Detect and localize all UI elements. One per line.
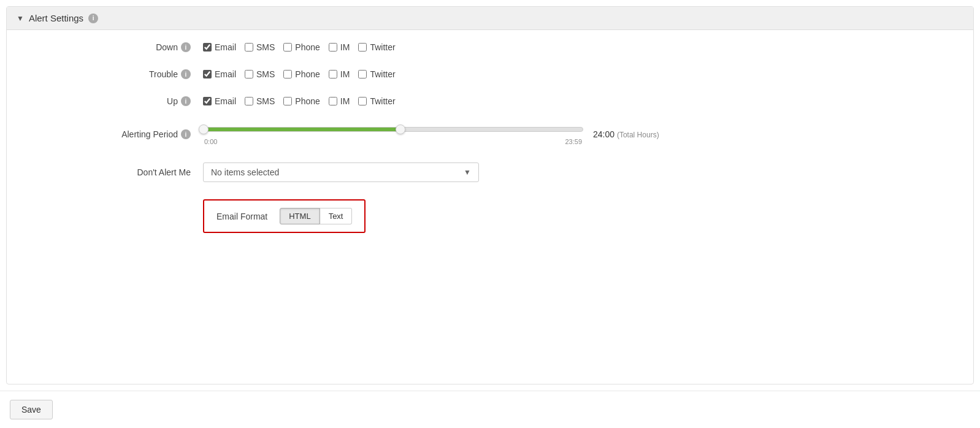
down-row: Down i Email SMS <box>31 42 949 52</box>
trouble-checkbox-group: Email SMS Phone IM <box>203 69 396 79</box>
alerting-period-controls: 0:00 23:59 24:00 (Total Hours) <box>203 123 949 145</box>
email-format-controls: Email Format HTML Text <box>203 199 949 233</box>
trouble-info-icon[interactable]: i <box>181 69 191 79</box>
down-email-checkbox[interactable] <box>203 43 212 52</box>
up-info-icon[interactable]: i <box>181 96 191 106</box>
email-format-html-button[interactable]: HTML <box>280 208 320 224</box>
up-label: Up i <box>31 96 203 106</box>
email-format-btn-group: HTML Text <box>280 208 352 224</box>
trouble-row: Trouble i Email SMS <box>31 69 949 79</box>
trouble-label: Trouble i <box>31 69 203 79</box>
dont-alert-row: Don't Alert Me No items selected ▼ <box>31 162 949 182</box>
trouble-email-checkbox[interactable] <box>203 70 212 78</box>
down-twitter-item[interactable]: Twitter <box>358 42 395 52</box>
up-email-item[interactable]: Email <box>203 96 236 106</box>
trouble-im-item[interactable]: IM <box>329 69 350 79</box>
email-format-row: Email Format HTML Text <box>31 199 949 233</box>
down-im-checkbox[interactable] <box>329 43 337 52</box>
section-title: Alert Settings <box>29 13 83 23</box>
slider-track-container <box>203 123 583 136</box>
collapse-chevron[interactable]: ▼ <box>17 14 24 23</box>
page-wrapper: ▼ Alert Settings i Down i Email <box>0 0 980 428</box>
slider-labels: 0:00 23:59 <box>203 138 583 145</box>
dropdown-arrow-icon: ▼ <box>464 168 471 177</box>
save-button[interactable]: Save <box>10 400 53 419</box>
dont-alert-dropdown[interactable]: No items selected ▼ <box>203 162 479 182</box>
slider-thumb-right[interactable] <box>396 124 405 134</box>
email-format-label: Email Format <box>216 212 267 221</box>
alerting-period-slider: 0:00 23:59 <box>203 123 583 145</box>
total-hours-value: 24:00 <box>593 129 614 139</box>
total-hours-unit: (Total Hours) <box>617 131 659 139</box>
down-checkbox-group: Email SMS Phone IM <box>203 42 396 52</box>
up-twitter-item[interactable]: Twitter <box>358 96 395 106</box>
section-body: Down i Email SMS <box>7 30 973 258</box>
slider-start-label: 0:00 <box>204 138 217 145</box>
alerting-period-info-icon[interactable]: i <box>181 129 191 139</box>
email-format-box: Email Format HTML Text <box>203 199 366 233</box>
up-phone-checkbox[interactable] <box>283 97 292 105</box>
slider-thumb-left[interactable] <box>199 124 209 134</box>
trouble-phone-checkbox[interactable] <box>283 70 292 78</box>
trouble-sms-item[interactable]: SMS <box>245 69 275 79</box>
up-checkbox-group: Email SMS Phone IM <box>203 96 396 106</box>
down-phone-checkbox[interactable] <box>283 43 292 52</box>
dont-alert-controls: No items selected ▼ <box>203 162 949 182</box>
trouble-phone-item[interactable]: Phone <box>283 69 320 79</box>
down-sms-checkbox[interactable] <box>245 43 253 52</box>
down-controls: Email SMS Phone IM <box>203 42 949 52</box>
dont-alert-select[interactable]: No items selected ▼ <box>203 162 479 182</box>
slider-track <box>203 127 583 132</box>
dont-alert-label: Don't Alert Me <box>31 167 203 177</box>
up-im-item[interactable]: IM <box>329 96 350 106</box>
alerting-period-label: Alerting Period i <box>31 129 203 139</box>
down-label: Down i <box>31 42 203 52</box>
save-area: Save <box>0 391 980 428</box>
section-header: ▼ Alert Settings i <box>7 7 973 30</box>
slider-fill <box>204 128 400 131</box>
dont-alert-placeholder: No items selected <box>211 167 279 177</box>
trouble-im-checkbox[interactable] <box>329 70 337 78</box>
up-controls: Email SMS Phone IM <box>203 96 949 106</box>
email-format-text-button[interactable]: Text <box>320 208 353 224</box>
trouble-twitter-item[interactable]: Twitter <box>358 69 395 79</box>
down-sms-item[interactable]: SMS <box>245 42 275 52</box>
up-sms-item[interactable]: SMS <box>245 96 275 106</box>
down-info-icon[interactable]: i <box>181 42 191 52</box>
slider-end-label: 23:59 <box>565 138 582 145</box>
section-info-icon[interactable]: i <box>88 13 98 23</box>
down-phone-item[interactable]: Phone <box>283 42 320 52</box>
alerting-period-row: Alerting Period i 0:00 <box>31 123 949 145</box>
up-sms-checkbox[interactable] <box>245 97 253 105</box>
trouble-twitter-checkbox[interactable] <box>358 70 367 78</box>
trouble-controls: Email SMS Phone IM <box>203 69 949 79</box>
total-hours-display: 24:00 (Total Hours) <box>593 129 659 139</box>
up-phone-item[interactable]: Phone <box>283 96 320 106</box>
trouble-sms-checkbox[interactable] <box>245 70 253 78</box>
down-im-item[interactable]: IM <box>329 42 350 52</box>
up-email-checkbox[interactable] <box>203 97 212 105</box>
up-row: Up i Email SMS <box>31 96 949 106</box>
down-twitter-checkbox[interactable] <box>358 43 367 52</box>
down-email-item[interactable]: Email <box>203 42 236 52</box>
up-twitter-checkbox[interactable] <box>358 97 367 105</box>
alert-settings-section: ▼ Alert Settings i Down i Email <box>6 6 974 384</box>
up-im-checkbox[interactable] <box>329 97 337 105</box>
trouble-email-item[interactable]: Email <box>203 69 236 79</box>
